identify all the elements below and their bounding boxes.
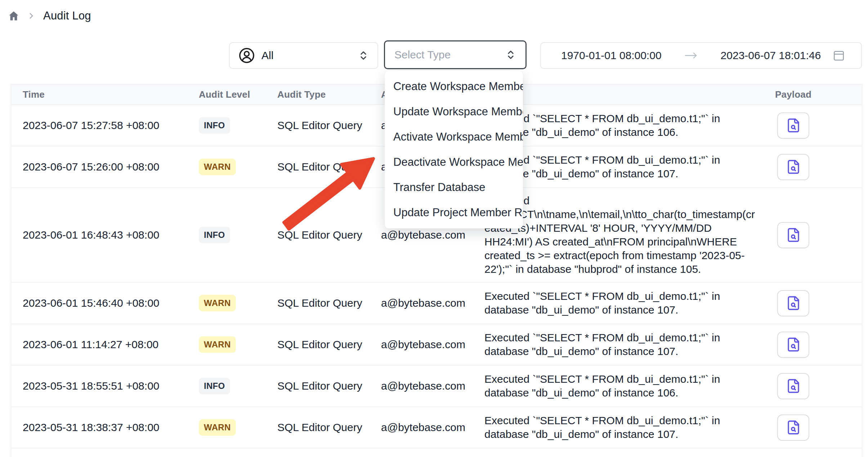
actor-cell: a@bytebase.com xyxy=(381,229,484,241)
calendar-icon xyxy=(832,49,845,62)
comment-cell: Executed `"SELECT * FROM db_ui_demo.t1;"… xyxy=(484,414,758,441)
comment-cell: Executed `"SELECT * FROM db_ui_demo.t1;"… xyxy=(484,289,758,317)
column-header-time: Time xyxy=(23,89,199,100)
comment-cell: Executed `"SELECT * FROM db_ui_demo.t1;"… xyxy=(484,372,758,400)
view-payload-button[interactable] xyxy=(777,332,809,358)
view-payload-button[interactable] xyxy=(777,222,809,248)
view-payload-button[interactable] xyxy=(777,290,809,316)
audit-type-cell: SQL Editor Query xyxy=(277,161,381,173)
time-cell: 2023-05-31 18:55:51 +08:00 xyxy=(23,380,199,392)
breadcrumb: Audit Log xyxy=(8,9,91,22)
table-row: 2023-06-01 15:46:40 +08:00 WARN SQL Edit… xyxy=(11,283,862,324)
audit-level-badge: WARN xyxy=(199,336,236,353)
actor-cell: a@bytebase.com xyxy=(381,421,484,434)
time-cell: 2023-06-01 16:48:43 +08:00 xyxy=(23,229,199,241)
actor-cell: a@bytebase.com xyxy=(381,380,484,392)
menu-item-deactivate-workspace-member[interactable]: Deactivate Workspace Member xyxy=(385,150,523,175)
time-cell: 2023-06-07 15:26:00 +08:00 xyxy=(23,161,199,173)
time-cell: 2023-06-07 15:27:58 +08:00 xyxy=(23,119,199,132)
audit-level-badge: INFO xyxy=(199,378,230,394)
menu-item-create-workspace-member[interactable]: Create Workspace Member xyxy=(385,74,523,99)
comment-cell: Executed `"SELECT\n\tname,\n\temail,\n\t… xyxy=(484,194,758,276)
file-search-icon xyxy=(786,296,801,311)
date-range-picker[interactable]: 1970-01-01 08:00:00 2023-06-07 18:01:46 xyxy=(540,42,862,69)
home-icon[interactable] xyxy=(8,10,19,22)
view-payload-button[interactable] xyxy=(777,154,809,180)
breadcrumb-chevron-icon xyxy=(27,11,36,21)
chevrons-up-down-icon xyxy=(505,49,516,60)
menu-item-activate-workspace-member[interactable]: Activate Workspace Member xyxy=(385,124,523,150)
file-search-icon xyxy=(786,337,801,352)
page-title: Audit Log xyxy=(43,9,91,22)
file-search-icon xyxy=(786,227,801,243)
time-cell: 2023-06-01 15:46:40 +08:00 xyxy=(23,297,199,309)
time-cell: 2023-05-31 18:38:37 +08:00 xyxy=(23,421,199,434)
actor-filter-value: All xyxy=(261,49,273,62)
view-payload-button[interactable] xyxy=(777,373,809,399)
audit-type-cell: SQL Editor Query xyxy=(277,119,381,132)
audit-log-page: { "breadcrumb": { "title": "Audit Log" }… xyxy=(0,0,868,457)
menu-item-transfer-database[interactable]: Transfer Database xyxy=(385,175,523,200)
user-circle-icon xyxy=(238,47,255,64)
actor-filter-select[interactable]: All xyxy=(229,42,378,69)
type-filter-placeholder: Select Type xyxy=(394,49,451,61)
column-header-payload: Payload xyxy=(775,89,811,100)
audit-type-cell: SQL Editor Query xyxy=(277,229,381,241)
comment-cell: Executed `"SELECT * FROM db_ui_demo.t1;"… xyxy=(484,112,758,139)
table-row: 2023-05-31 18:55:51 +08:00 INFO SQL Edit… xyxy=(11,365,862,407)
time-cell: 2023-06-01 11:14:27 +08:00 xyxy=(23,338,199,351)
comment-cell: Executed `"SELECT * FROM db_ui_demo.t1;"… xyxy=(484,331,758,358)
audit-type-cell: SQL Editor Query xyxy=(277,297,381,309)
audit-level-badge: INFO xyxy=(199,117,230,134)
audit-level-badge: WARN xyxy=(199,419,236,436)
file-search-icon xyxy=(786,159,801,174)
audit-level-badge: WARN xyxy=(199,295,236,311)
actor-cell: a@bytebase.com xyxy=(381,297,484,309)
file-search-icon xyxy=(786,420,801,435)
date-range-from: 1970-01-01 08:00:00 xyxy=(561,49,662,62)
actor-cell: a@bytebase.com xyxy=(381,338,484,351)
date-range-to: 2023-06-07 18:01:46 xyxy=(721,49,821,62)
audit-type-cell: SQL Editor Query xyxy=(277,421,381,434)
table-row: 2023-05-31 18:38:37 +08:00 WARN SQL Edit… xyxy=(11,407,862,448)
table-row: 2023-06-01 11:14:27 +08:00 WARN SQL Edit… xyxy=(11,324,862,365)
audit-type-cell: SQL Editor Query xyxy=(277,380,381,392)
comment-cell: Executed `"SELECT * FROM db_ui_demo.t1;"… xyxy=(484,153,758,181)
menu-item-update-workspace-member[interactable]: Update Workspace Member xyxy=(385,99,523,124)
type-filter-menu: Create Workspace Member Update Workspace… xyxy=(385,71,523,228)
chevrons-up-down-icon xyxy=(358,50,369,61)
view-payload-button[interactable] xyxy=(777,112,809,139)
audit-level-badge: INFO xyxy=(199,227,230,243)
column-header-audit-level: Audit Level xyxy=(199,89,277,100)
audit-level-badge: WARN xyxy=(199,159,236,175)
file-search-icon xyxy=(786,378,801,394)
audit-type-cell: SQL Editor Query xyxy=(277,338,381,351)
arrow-right-icon xyxy=(684,51,698,60)
menu-item-update-project-member[interactable]: Update Project Member Role xyxy=(385,200,523,225)
column-header-audit-type: Audit Type xyxy=(277,89,381,100)
view-payload-button[interactable] xyxy=(777,414,809,441)
type-filter-select[interactable]: Select Type xyxy=(384,40,527,69)
partial-row xyxy=(11,448,862,457)
file-search-icon xyxy=(786,118,801,133)
